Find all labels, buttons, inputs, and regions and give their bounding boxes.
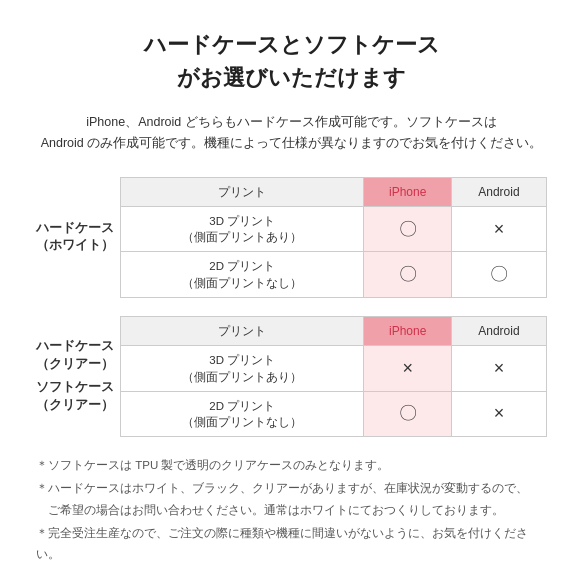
section1-table-wrapper: ハードケース（ホワイト） プリント iPhone Android 3D プリント… [36, 177, 547, 298]
note-3: ＊完全受注生産なので、ご注文の際に種類や機種に間違いがないように、お気を付けくだ… [36, 523, 547, 564]
section2-row-label-hard: ハードケース（クリアー） [36, 338, 114, 373]
section1-row2-iphone: 〇 [364, 252, 452, 297]
table-row: 2D プリント（側面プリントなし） 〇 × [121, 391, 547, 436]
section2-row1-print: 3D プリント（側面プリントあり） [121, 346, 364, 391]
section2-header-android: Android [451, 316, 546, 346]
section-clear: ハードケース（クリアー） ソフトケース（クリアー） プリント iPhone An… [36, 316, 547, 437]
section1-row1-iphone: 〇 [364, 207, 452, 252]
section2-row-label: ハードケース（クリアー） ソフトケース（クリアー） [36, 316, 120, 437]
section1-row1-print: 3D プリント（側面プリントあり） [121, 207, 364, 252]
section2-row2-iphone: 〇 [364, 391, 452, 436]
section1-header-iphone: iPhone [364, 177, 452, 207]
section2-row2-print: 2D プリント（側面プリントなし） [121, 391, 364, 436]
section2-table: プリント iPhone Android 3D プリント（側面プリントあり） × … [120, 316, 547, 437]
table-row: 2D プリント（側面プリントなし） 〇 〇 [121, 252, 547, 297]
section1-row2-print: 2D プリント（側面プリントなし） [121, 252, 364, 297]
section1-row1-android: × [451, 207, 546, 252]
table-row: 3D プリント（側面プリントあり） 〇 × [121, 207, 547, 252]
section1-row-label: ハードケース（ホワイト） [36, 177, 120, 298]
description-text: iPhone、Android どちらもハードケース作成可能です。ソフトケースは … [36, 112, 547, 155]
table-row: 3D プリント（側面プリントあり） × × [121, 346, 547, 391]
section-hard-white: ハードケース（ホワイト） プリント iPhone Android 3D プリント… [36, 177, 547, 298]
note-1: ＊ソフトケースは TPU 製で透明のクリアケースのみとなります。 [36, 455, 547, 476]
section2-row2-android: × [451, 391, 546, 436]
section1-row2-android: 〇 [451, 252, 546, 297]
notes-section: ＊ソフトケースは TPU 製で透明のクリアケースのみとなります。 ＊ハードケース… [36, 455, 547, 564]
section2-header-iphone: iPhone [364, 316, 452, 346]
section2-row-label-soft: ソフトケース（クリアー） [36, 379, 114, 414]
section2-row1-android: × [451, 346, 546, 391]
page-container: ハードケースとソフトケース がお選びいただけます iPhone、Android … [0, 0, 583, 583]
note-2-cont: ご希望の場合はお問い合わせください。通常はホワイトにておつくりしております。 [36, 500, 547, 521]
page-title: ハードケースとソフトケース がお選びいただけます [36, 28, 547, 94]
note-2: ＊ハードケースはホワイト、ブラック、クリアーがありますが、在庫状況が変動するので… [36, 478, 547, 499]
section1-header-print: プリント [121, 177, 364, 207]
section1-table: プリント iPhone Android 3D プリント（側面プリントあり） 〇 … [120, 177, 547, 298]
section1-header-android: Android [451, 177, 546, 207]
section2-table-wrapper: ハードケース（クリアー） ソフトケース（クリアー） プリント iPhone An… [36, 316, 547, 437]
section2-header-print: プリント [121, 316, 364, 346]
section2-row1-iphone: × [364, 346, 452, 391]
